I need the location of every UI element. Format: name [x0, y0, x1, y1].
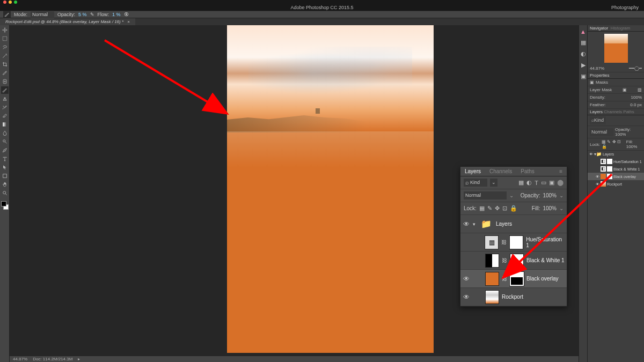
mini-eye-icon[interactable]: 👁	[589, 152, 593, 156]
lock-position-icon[interactable]: ✥	[495, 205, 500, 212]
visibility-icon[interactable]: 👁	[463, 275, 470, 283]
mini-layer-1[interactable]: Hue/Saturation 1	[613, 160, 642, 164]
lock-transparent-icon[interactable]: ▦	[479, 205, 485, 212]
filter-pixel-icon[interactable]: ▦	[518, 179, 524, 186]
doc-info[interactable]: Doc: 114.2M/214.3M	[33, 357, 72, 361]
blend-mode-dropdown[interactable]: Normal	[31, 11, 54, 19]
history-brush-tool[interactable]	[1, 104, 9, 111]
swatches-panel-icon[interactable]: ▦	[581, 39, 586, 46]
workspace-switcher[interactable]: Photography	[611, 4, 639, 11]
gradient-tool[interactable]	[1, 121, 9, 128]
pixel-mask-icon[interactable]: ▣	[623, 87, 627, 92]
close-tab-icon[interactable]: ×	[127, 19, 130, 24]
mini-fill[interactable]: Fill: 100%	[626, 139, 642, 149]
mac-minimize[interactable]	[9, 1, 12, 4]
layer-rockport[interactable]: 👁 Rockport	[460, 288, 567, 306]
mask-thumb[interactable]	[509, 235, 523, 249]
layer-group[interactable]: 👁 ▾ 📁 Layers	[460, 215, 567, 233]
panel-menu-icon[interactable]: ≡	[555, 167, 567, 176]
flow-value[interactable]: 1 %	[112, 12, 121, 17]
density-value[interactable]: 100%	[631, 95, 642, 100]
histogram-panel-tab[interactable]: Histogram	[611, 26, 630, 31]
visibility-icon[interactable]: 👁	[463, 293, 470, 301]
channels-tab[interactable]: Channels	[485, 167, 516, 176]
feather-value[interactable]: 0.0 px	[630, 102, 642, 107]
mini-layer-4[interactable]: Rockport	[607, 182, 622, 186]
filter-kind-dropdown[interactable]: Kind	[464, 179, 487, 187]
visibility-icon[interactable]: 👁	[463, 220, 470, 228]
mini-layer-2[interactable]: Black & White 1	[613, 167, 640, 171]
zoom-tool[interactable]	[1, 189, 9, 197]
filter-shape-icon[interactable]: ▭	[541, 179, 546, 186]
disclosure-icon[interactable]: ▾	[473, 221, 475, 227]
layer-bw[interactable]: ⛓ Black & White 1	[460, 252, 567, 270]
type-tool[interactable]	[1, 155, 9, 162]
healing-brush-tool[interactable]	[1, 78, 9, 85]
move-tool[interactable]	[1, 26, 9, 34]
blend-mode-dropdown[interactable]: Normal	[464, 191, 507, 200]
filter-type-icon[interactable]: T	[535, 180, 538, 186]
color-swatches[interactable]	[1, 201, 9, 210]
shape-tool[interactable]	[1, 172, 9, 180]
layer-huesat[interactable]: ▦ ⛓ Hue/Saturation 1	[460, 233, 567, 252]
nav-panel-tab[interactable]: Navigator	[590, 26, 608, 31]
layer-thumb[interactable]	[485, 272, 499, 286]
doc-tab[interactable]: Rockport-Edit.psd @ 44.8% (Black overlay…	[0, 18, 135, 25]
pen-tool[interactable]	[1, 146, 9, 154]
adjustments-panel-icon[interactable]: ◐	[581, 50, 586, 57]
fill-value[interactable]: 100%	[543, 205, 557, 211]
mini-layer-group[interactable]: Layers	[603, 152, 614, 156]
eraser-tool[interactable]	[1, 112, 9, 120]
adjustment-thumb[interactable]	[485, 254, 499, 268]
marquee-tool[interactable]	[1, 35, 9, 42]
layer-name[interactable]: Rockport	[502, 294, 523, 300]
channels-mini-tab[interactable]: Channels	[604, 109, 622, 114]
crop-tool[interactable]	[1, 61, 9, 68]
filter-adjust-icon[interactable]: ◐	[526, 179, 532, 186]
history-panel-icon[interactable]: ▶	[581, 62, 586, 69]
mask-thumb-selected[interactable]	[510, 272, 524, 286]
mini-eye-icon[interactable]: 👁	[595, 182, 599, 186]
magic-wand-tool[interactable]	[1, 52, 9, 60]
nav-zoom[interactable]: 44.87%	[590, 66, 604, 71]
color-panel-icon[interactable]: ▲	[580, 28, 586, 35]
dodge-tool[interactable]	[1, 138, 9, 145]
blur-tool[interactable]	[1, 129, 9, 137]
paths-mini-tab[interactable]: Paths	[623, 109, 634, 114]
vector-mask-icon[interactable]: ▨	[638, 87, 642, 92]
mini-filter-dropdown[interactable]: ⌕Kind	[590, 116, 606, 124]
lock-all-icon[interactable]: 🔒	[510, 205, 517, 212]
navigator-thumbnail[interactable]	[604, 34, 628, 63]
mac-zoom[interactable]	[14, 1, 17, 4]
actions-panel-icon[interactable]: ▣	[581, 73, 586, 80]
mini-eye-icon[interactable]: 👁	[595, 175, 599, 179]
link-icon[interactable]: ⛓	[501, 239, 507, 245]
properties-panel-tab[interactable]: Properties	[590, 73, 609, 78]
adjustment-thumb[interactable]: ▦	[485, 235, 499, 249]
nav-zoom-slider[interactable]: ━━◯━	[629, 66, 642, 71]
link-icon[interactable]: ⛓	[502, 276, 507, 282]
mini-lock-icons[interactable]: ▦ ✎ ✥ ⊡ 🔒	[602, 139, 623, 149]
filter-toggle[interactable]: ⬤	[557, 179, 564, 186]
brush-tool-icon[interactable]	[3, 11, 11, 18]
layer-name[interactable]: Hue/Saturation 1	[526, 237, 565, 248]
hand-tool[interactable]	[1, 181, 9, 188]
eyedropper-tool[interactable]	[1, 69, 9, 77]
airbrush-icon[interactable]: ⦿	[124, 12, 129, 17]
layer-blackoverlay[interactable]: 👁 ⛓ Black overlay	[460, 270, 567, 288]
layer-name[interactable]: Black & White 1	[526, 257, 565, 263]
path-select-tool[interactable]	[1, 164, 9, 171]
layer-name[interactable]: Black overlay	[526, 276, 558, 282]
layer-thumb[interactable]	[485, 290, 499, 304]
mini-blend-dropdown[interactable]: Normal	[590, 128, 613, 136]
mini-opacity[interactable]: Opacity: 100%	[615, 127, 642, 137]
paths-tab[interactable]: Paths	[516, 167, 539, 176]
canvas[interactable]	[227, 25, 434, 353]
statusbar-chevron-icon[interactable]: ▸	[78, 357, 80, 361]
opacity-value[interactable]: 5 %	[78, 12, 87, 17]
lock-image-icon[interactable]: ✎	[487, 205, 492, 212]
layers-panel[interactable]: Layers Channels Paths ≡ Kind ⌄ ▦ ◐ T ▭ ▣…	[460, 166, 567, 307]
lasso-tool[interactable]	[1, 43, 9, 51]
group-name[interactable]: Layers	[496, 221, 512, 227]
clone-stamp-tool[interactable]	[1, 95, 9, 102]
